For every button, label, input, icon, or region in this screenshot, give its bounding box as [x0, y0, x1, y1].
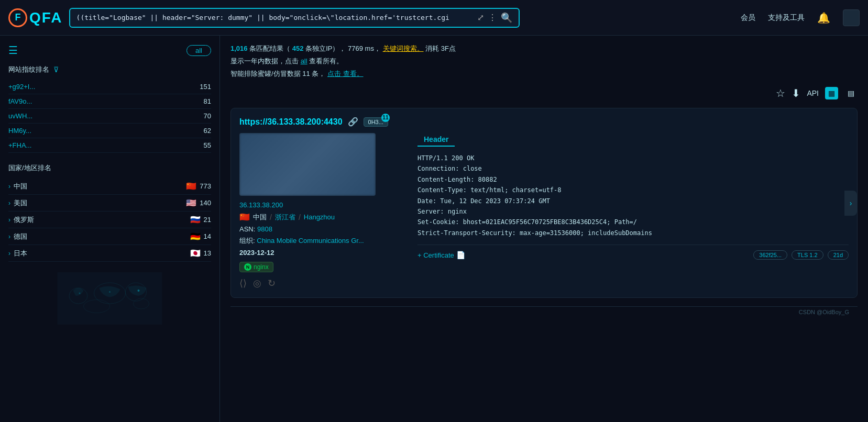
- nginx-icon: N: [244, 263, 251, 271]
- cert-doc-icon: 📄: [456, 251, 465, 259]
- fingerprint-filter-icon[interactable]: ⊽: [53, 65, 59, 74]
- all-link[interactable]: all: [301, 57, 307, 65]
- header-nav: 会员 支持及工具 🔔: [741, 9, 860, 26]
- logo-circle: F: [8, 8, 27, 27]
- keyword-link[interactable]: 关键词搜索。: [383, 45, 424, 52]
- results-meta-line2: 显示一年内数据，点击 all 查看所有。: [230, 57, 858, 66]
- search-input[interactable]: [76, 14, 473, 21]
- cost-text: 消耗 3F点: [425, 45, 456, 52]
- fingerprint-list: +g92+I... 151 fAV9o... 81 uvWH... 70 HM6…: [8, 80, 211, 153]
- globe-action-icon[interactable]: ◎: [253, 277, 261, 289]
- expand-arrow[interactable]: ›: [844, 191, 857, 216]
- country-item-china[interactable]: › 中国 🇨🇳 773: [8, 178, 211, 195]
- chevron-icon: ›: [8, 233, 10, 240]
- results-toolbar: ☆ ⬇ API ▦ ▤: [230, 87, 858, 99]
- logo-text: QFA: [29, 9, 63, 26]
- watermark: CSDN @OidBoy_G: [230, 306, 858, 317]
- tech-badge-nginx[interactable]: N nginx: [239, 262, 273, 272]
- result-right: Header HTTP/1.1 200 OK Connection: close…: [417, 133, 849, 289]
- tls-badge[interactable]: TLS 1.2: [792, 250, 823, 260]
- all-badge[interactable]: all: [186, 45, 211, 56]
- result-card-header: https://36.133.38.200:4430 🔗 0H3... 11: [239, 117, 849, 127]
- svg-point-7: [109, 291, 111, 293]
- header: F QFA ⤢ ⋮ 🔍 会员 支持及工具 🔔: [0, 0, 868, 36]
- star-button[interactable]: ☆: [776, 87, 785, 99]
- list-item[interactable]: +g92+I... 151: [8, 80, 211, 94]
- result-ip[interactable]: 36.133.38.200: [239, 201, 407, 209]
- sidebar-top: ☰ all: [8, 44, 211, 57]
- chevron-icon: ›: [8, 216, 10, 224]
- result-card-body: 36.133.38.200 🇨🇳 中国 / 浙江省 / Hangzhou ASN…: [239, 133, 849, 289]
- search-bar[interactable]: ⤢ ⋮ 🔍: [69, 8, 520, 28]
- cert-count: 11: [381, 114, 390, 122]
- results-header: 1,016 条匹配结果（ 452 条独立IP）， 7769 ms， 关键词搜索。…: [230, 44, 858, 79]
- result-url[interactable]: https://36.133.38.200:4430: [239, 117, 343, 127]
- http-headers: HTTP/1.1 200 OK Connection: close Conten…: [417, 153, 849, 238]
- location-city[interactable]: Hangzhou: [304, 213, 335, 221]
- results-meta-line3: 智能排除蜜罐/仿冒数据 11 条， 点击 查看。: [230, 69, 858, 79]
- list-item[interactable]: +FHA... 55: [8, 138, 211, 153]
- ip-count: 452: [292, 45, 304, 52]
- footer-badges: 362f25... TLS 1.2 21d: [753, 250, 849, 260]
- link-icon: 🔗: [348, 117, 358, 127]
- logo-f-icon: F: [15, 12, 21, 23]
- world-map: [8, 272, 211, 325]
- country-item-japan[interactable]: › 日本 🇯🇵 13: [8, 245, 211, 262]
- screenshot-blur: [239, 133, 376, 196]
- member-nav-item[interactable]: 会员: [741, 13, 755, 23]
- result-tech: N nginx: [239, 262, 407, 272]
- list-item[interactable]: fAV9o... 81: [8, 94, 211, 109]
- days-badge[interactable]: 21d: [828, 250, 849, 260]
- result-location: 🇨🇳 中国 / 浙江省 / Hangzhou: [239, 212, 407, 222]
- svg-rect-0: [58, 272, 162, 325]
- asn-number[interactable]: 9808: [257, 225, 272, 233]
- expand-icon[interactable]: ⤢: [477, 13, 484, 23]
- location-country: 中国: [253, 213, 267, 222]
- result-asn: ASN: 9808: [239, 225, 407, 233]
- filter-icon[interactable]: ☰: [8, 44, 18, 57]
- location-flag: 🇨🇳: [239, 212, 250, 222]
- svg-point-8: [79, 293, 81, 294]
- tools-nav-item[interactable]: 支持及工具: [768, 13, 805, 23]
- total-count: 1,016: [230, 45, 248, 52]
- list-item[interactable]: HM6y... 62: [8, 124, 211, 138]
- cert-hash-badge[interactable]: 362f25...: [753, 250, 787, 260]
- country-item-russia[interactable]: › 俄罗斯 🇷🇺 21: [8, 212, 211, 228]
- results-meta-line1: 1,016 条匹配结果（ 452 条独立IP）， 7769 ms， 关键词搜索。…: [230, 44, 858, 53]
- country-item-usa[interactable]: › 美国 🇺🇸 140: [8, 195, 211, 212]
- list-view-button[interactable]: ▤: [844, 87, 858, 99]
- results-area: 1,016 条匹配结果（ 452 条独立IP）， 7769 ms， 关键词搜索。…: [220, 36, 868, 422]
- header-tab[interactable]: Header: [417, 133, 455, 147]
- result-left: 36.133.38.200 🇨🇳 中国 / 浙江省 / Hangzhou ASN…: [239, 133, 407, 289]
- more-options-icon[interactable]: ⋮: [488, 13, 497, 23]
- country-list: › 中国 🇨🇳 773 › 美国 🇺🇸 140 › 俄罗斯 🇷🇺 21 › 德国: [8, 178, 211, 262]
- screenshot: [239, 133, 376, 196]
- result-org: 组织: China Mobile Communications Gr...: [239, 236, 407, 246]
- chevron-icon: ›: [8, 250, 10, 257]
- time-ms: 7769: [348, 45, 363, 52]
- logo: F QFA: [8, 8, 63, 27]
- download-button[interactable]: ⬇: [792, 87, 800, 99]
- refresh-action-icon[interactable]: ↻: [268, 277, 276, 289]
- api-button[interactable]: API: [807, 89, 819, 97]
- result-date: 2023-12-12: [239, 249, 407, 257]
- main-layout: ☰ all 网站指纹排名 ⊽ +g92+I... 151 fAV9o... 81…: [0, 36, 868, 422]
- result-card: https://36.133.38.200:4430 🔗 0H3... 11 3…: [230, 108, 858, 298]
- honeypot-link[interactable]: 点击 查看。: [327, 70, 364, 77]
- cert-badge[interactable]: 0H3... 11: [364, 117, 388, 127]
- code-action-icon[interactable]: ⟨⟩: [239, 277, 247, 289]
- result-footer: + Certificate 📄 362f25... TLS 1.2 21d: [417, 245, 849, 260]
- bell-icon[interactable]: 🔔: [817, 12, 830, 24]
- list-item[interactable]: uvWH... 70: [8, 109, 211, 124]
- fingerprint-section-title: 网站指纹排名 ⊽: [8, 65, 211, 74]
- result-actions: ⟨⟩ ◎ ↻: [239, 277, 407, 289]
- org-name[interactable]: China Mobile Communications Gr...: [257, 237, 364, 245]
- certificate-link[interactable]: + Certificate 📄: [417, 251, 465, 259]
- location-region[interactable]: 浙江省: [275, 213, 295, 222]
- chevron-icon: ›: [8, 199, 10, 207]
- grid-view-button[interactable]: ▦: [825, 87, 838, 99]
- chevron-icon: ›: [8, 183, 10, 190]
- search-icon[interactable]: 🔍: [501, 12, 512, 24]
- avatar-square[interactable]: [843, 9, 860, 26]
- country-item-germany[interactable]: › 德国 🇩🇪 14: [8, 228, 211, 245]
